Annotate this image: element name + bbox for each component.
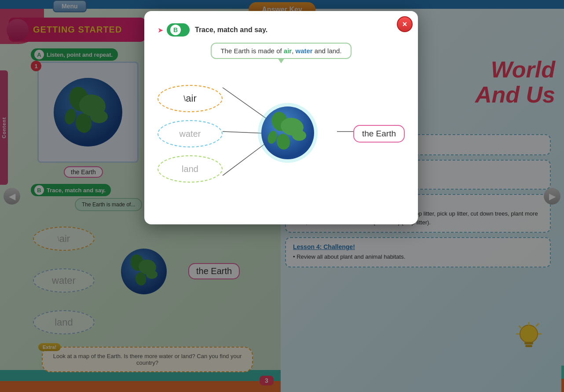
modal-water-oval: water bbox=[157, 120, 223, 147]
modal-speech-bubble: The Earth is made of air, water and land… bbox=[211, 43, 351, 59]
svg-point-28 bbox=[292, 130, 306, 141]
modal-air-oval: \ air bbox=[157, 85, 223, 112]
modal-section-b-label: Trace, match and say. bbox=[195, 26, 267, 34]
speech-water: water bbox=[296, 47, 313, 55]
modal-ovals: \ air water land bbox=[157, 85, 223, 183]
modal-close-button[interactable]: × bbox=[397, 16, 413, 32]
modal-section-b-header: ➤ B Trace, match and say. bbox=[157, 23, 405, 37]
speech-air: air bbox=[284, 47, 292, 55]
modal-land-oval: land bbox=[157, 155, 223, 183]
arrow-icon: ➤ bbox=[157, 26, 163, 34]
land-text-modal: land bbox=[182, 164, 198, 174]
modal-badge-b: B bbox=[167, 23, 190, 37]
air-text-modal: air bbox=[186, 93, 196, 104]
water-text-modal: water bbox=[179, 129, 201, 139]
modal-globe bbox=[257, 102, 319, 165]
modal-earth-pink-label: the Earth bbox=[353, 125, 405, 143]
modal-badge-b-letter: B bbox=[170, 25, 181, 35]
modal-speech-container: The Earth is made of air, water and land… bbox=[157, 43, 405, 59]
modal-dialog: × ➤ B Trace, match and say. The Earth is… bbox=[144, 11, 418, 224]
modal-diagram: \ air water land bbox=[157, 68, 405, 200]
